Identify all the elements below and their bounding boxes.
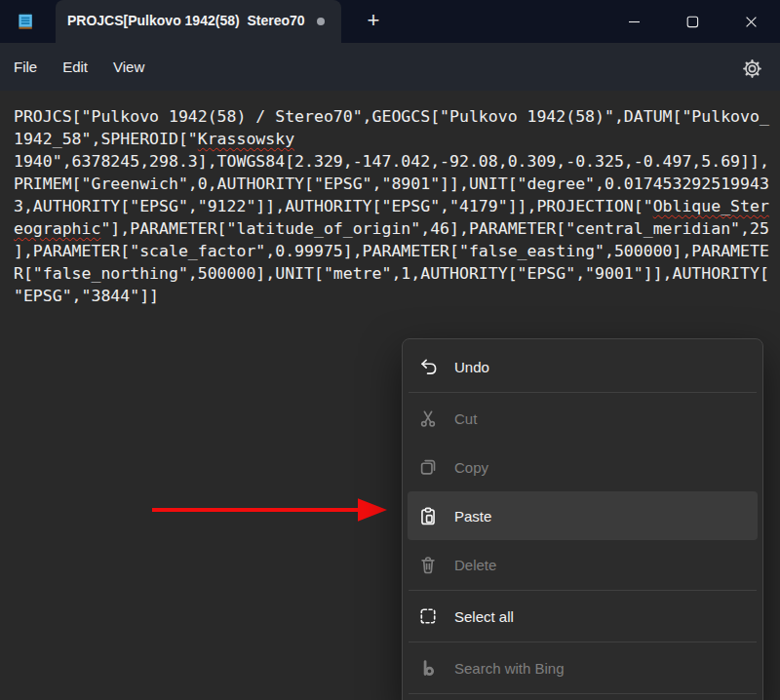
code-text: "EPSG","3844"]] — [14, 287, 159, 305]
context-menu-item-label: Cut — [454, 410, 477, 427]
code-text: PROJCS["Pulkovo 1942(58) / Stereo70",GEO… — [14, 107, 769, 126]
context-menu-item-label: Search with Bing — [454, 660, 565, 677]
context-menu-item-search-with-bing: Search with Bing — [408, 643, 758, 692]
menubar-items: FileEditView — [1, 53, 157, 81]
code-line: "EPSG","3844"]] — [14, 285, 774, 307]
code-text: ],PARAMETER["scale_factor",0.99975],PARA… — [14, 242, 769, 260]
gear-icon — [742, 58, 762, 79]
document-tab[interactable]: PROJCS[Pulkovo 1942(58) Stereo70 — [56, 0, 341, 43]
code-text: 1942_58",SPHEROID["Krassowsky — [14, 130, 294, 148]
minimize-button[interactable] — [604, 0, 663, 43]
menubar-item-view[interactable]: View — [100, 53, 157, 81]
select-all-icon — [417, 605, 439, 627]
code-text: R["false_northing",500000],UNIT["metre",… — [14, 264, 769, 283]
notepad-icon — [15, 11, 36, 32]
context-menu-item-label: Delete — [454, 557, 496, 573]
code-line: PROJCS["Pulkovo 1942(58) / Stereo70",GEO… — [14, 105, 774, 128]
context-menu-separator — [409, 590, 757, 591]
maximize-button[interactable] — [663, 0, 722, 43]
code-text: PRIMEM["Greenwich",0,AUTHORITY["EPSG","8… — [14, 175, 769, 193]
code-line: 1940",6378245,298.3],TOWGS84[2.329,-147.… — [14, 150, 774, 173]
context-menu-item-label: Undo — [454, 359, 489, 375]
trash-icon — [417, 554, 439, 575]
bing-icon — [417, 657, 439, 679]
context-menu-item-cut: Cut — [408, 394, 758, 443]
maximize-icon — [686, 16, 699, 28]
context-menu-item-undo[interactable]: Undo — [408, 342, 758, 391]
menubar-item-edit[interactable]: Edit — [50, 53, 100, 81]
menubar-item-file[interactable]: File — [1, 53, 50, 81]
paste-icon — [417, 505, 439, 526]
context-menu-item-delete: Delete — [408, 540, 758, 589]
tab-title: PROJCS[Pulkovo 1942(58) Stereo70 — [67, 13, 313, 30]
code-line: R["false_northing",500000],UNIT["metre",… — [14, 262, 774, 285]
context-menu-item-select-all[interactable]: Select all — [408, 592, 758, 641]
titlebar: PROJCS[Pulkovo 1942(58) Stereo70 + — [0, 0, 780, 43]
context-menu-item-copy: Copy — [408, 443, 758, 491]
notepad-window: { "window": { "app_icon": "notepad-icon"… — [0, 0, 780, 700]
code-line: ],PARAMETER["scale_factor",0.99975],PARA… — [14, 240, 774, 262]
annotation-arrow — [148, 490, 392, 529]
context-menu: UndoCutCopyPasteDeleteSelect allSearch w… — [402, 338, 763, 700]
context-menu-separator — [409, 392, 757, 393]
code-text: eographic"],PARAMETER["latitude_of_origi… — [14, 219, 769, 238]
code-line: 3,AUTHORITY["EPSG","9122"]],AUTHORITY["E… — [14, 195, 774, 217]
undo-icon — [417, 356, 439, 377]
context-menu-separator — [409, 642, 757, 642]
new-tab-button[interactable]: + — [357, 9, 390, 34]
window-controls — [604, 0, 780, 43]
context-menu-item-label: Paste — [454, 508, 491, 525]
code-line: 1942_58",SPHEROID["KrassowskyKrassowsky — [14, 128, 774, 150]
copy-icon — [417, 456, 439, 478]
settings-button[interactable] — [740, 57, 763, 80]
scissors-icon — [417, 408, 439, 429]
context-menu-item-paste[interactable]: Paste — [408, 491, 758, 540]
context-menu-separator — [409, 693, 757, 694]
code-line: eographic"],PARAMETER["latitude_of_origi… — [14, 217, 774, 240]
code-text: 3,AUTHORITY["EPSG","9122"]],AUTHORITY["E… — [14, 197, 769, 215]
context-menu-item-label: Select all — [454, 608, 514, 625]
context-menu-item-label: Copy — [454, 459, 488, 476]
minimize-icon — [628, 16, 641, 28]
code-line: PRIMEM["Greenwich",0,AUTHORITY["EPSG","8… — [14, 173, 774, 195]
code-text: 1940",6378245,298.3],TOWGS84[2.329,-147.… — [14, 152, 769, 171]
menubar: FileEditView — [0, 43, 780, 91]
unsaved-dot — [317, 18, 325, 25]
close-button[interactable] — [722, 0, 780, 43]
close-icon — [745, 16, 758, 28]
